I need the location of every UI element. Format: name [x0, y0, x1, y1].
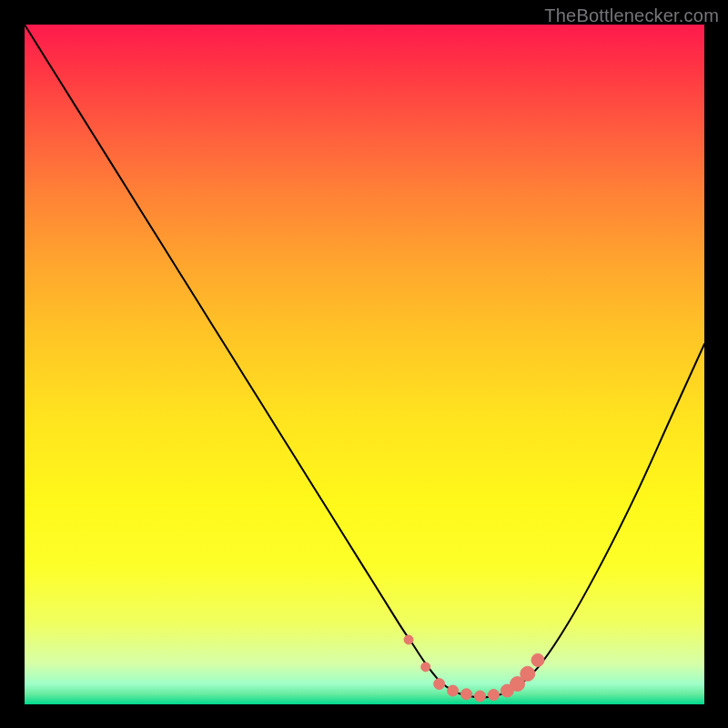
highlight-dot: [461, 689, 472, 700]
highlight-dot: [474, 691, 485, 702]
curve-layer: [25, 25, 704, 704]
watermark-text: TheBottlenecker.com: [544, 5, 719, 26]
highlight-markers: [404, 635, 544, 702]
highlight-dot: [448, 685, 459, 696]
highlight-dot: [404, 635, 413, 644]
highlight-dot: [521, 666, 535, 681]
bottleneck-curve: [25, 25, 704, 698]
highlight-dot: [421, 662, 430, 672]
highlight-dot: [488, 690, 499, 701]
highlight-dot: [434, 679, 445, 690]
chart-container: TheBottlenecker.com: [0, 0, 728, 728]
plot-area: [25, 25, 704, 704]
highlight-dot: [531, 653, 544, 666]
